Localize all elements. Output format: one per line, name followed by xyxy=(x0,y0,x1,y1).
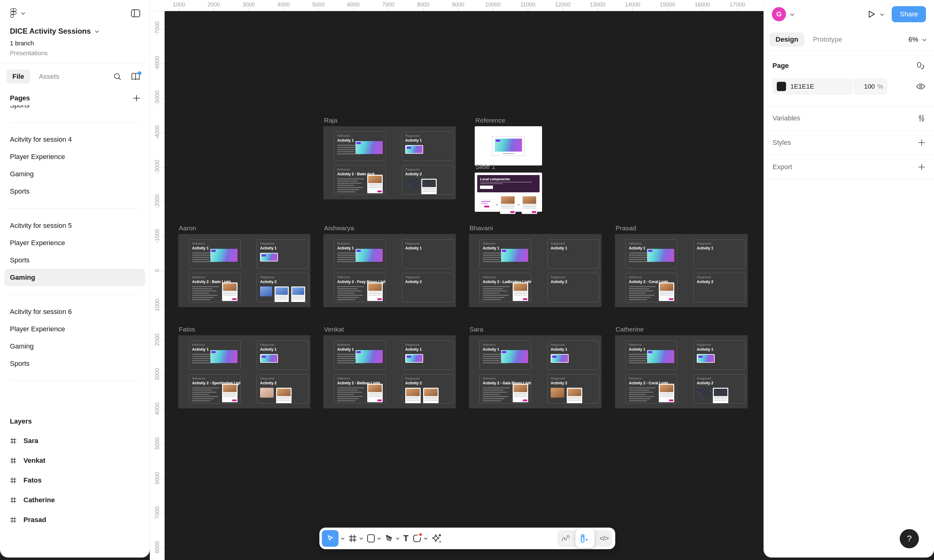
canvas-frame[interactable]: RajaReferenceActivity 1PlaygroundActivit… xyxy=(324,126,456,199)
figma-logo-icon[interactable] xyxy=(10,8,17,18)
activity-card[interactable]: ReferenceActivity 2 - Betboo Light xyxy=(334,374,386,403)
rectangle-tool[interactable] xyxy=(367,534,375,543)
sidebar-page-item[interactable]: Gaming xyxy=(0,338,150,355)
layer-item[interactable]: Catherine xyxy=(0,490,150,510)
sidebar-page-item[interactable]: Sports xyxy=(0,183,150,200)
activity-card[interactable]: ReferenceActivity 1 xyxy=(479,239,531,269)
activity-card[interactable]: PlaygroundActivity 1 xyxy=(694,239,745,269)
sidebar-page-item[interactable]: Gaming xyxy=(4,269,145,286)
present-play-icon[interactable] xyxy=(867,9,876,19)
activity-card[interactable]: ReferenceActivity 2 - Bwin Light xyxy=(189,273,240,302)
chevron-down-icon[interactable] xyxy=(791,12,794,16)
frame-label[interactable]: Catherine xyxy=(616,326,644,333)
canvas-frame[interactable]: BhavaniReferenceActivity 1PlaygroundActi… xyxy=(469,234,602,307)
activity-card[interactable]: PlaygroundActivity 2 xyxy=(694,273,745,302)
activity-card[interactable]: ReferenceActivity 1 xyxy=(626,239,677,269)
project-label[interactable]: Presentations xyxy=(10,50,140,57)
chevron-down-icon[interactable] xyxy=(923,37,926,41)
draw-tool[interactable] xyxy=(412,534,422,543)
activity-card[interactable]: PlaygroundActivity 1 xyxy=(547,239,599,269)
color-swatch[interactable] xyxy=(777,82,786,91)
activity-card[interactable]: PlaygroundActivity 1 xyxy=(402,239,454,269)
sidebar-page-item[interactable]: Acitvity for session 4 xyxy=(0,131,150,148)
activity-card[interactable]: PlaygroundActivity 2 xyxy=(694,374,745,403)
pen-tool[interactable] xyxy=(385,534,393,543)
frame-label[interactable]: Prasad xyxy=(616,225,636,232)
frame-label[interactable]: Slide 1 xyxy=(475,163,495,171)
sidebar-page-item[interactable]: Sports xyxy=(0,105,150,114)
activity-card[interactable]: ReferenceActivity 1 xyxy=(334,340,386,370)
library-book-icon[interactable] xyxy=(131,72,140,81)
sidebar-page-item[interactable]: Gaming xyxy=(0,165,150,183)
selected-component[interactable] xyxy=(492,136,525,156)
styles-section[interactable]: Styles xyxy=(772,138,791,147)
activity-card[interactable]: PlaygroundActivity 1 xyxy=(694,340,745,370)
activity-card[interactable]: ReferenceActivity 2 - Coral Light xyxy=(626,273,677,302)
frame-label[interactable]: Raja xyxy=(324,117,337,124)
activity-card[interactable]: ReferenceActivity 1 xyxy=(189,239,240,269)
chevron-down-icon[interactable] xyxy=(95,29,99,33)
canvas-frame[interactable]: AishwaryaReferenceActivity 1PlaygroundAc… xyxy=(324,234,456,307)
add-style-plus-icon[interactable] xyxy=(918,139,925,146)
tab-file[interactable]: File xyxy=(6,69,30,84)
activity-card[interactable]: ReferenceActivity 1 xyxy=(479,340,531,370)
layer-item[interactable]: Prasad xyxy=(0,510,150,530)
move-tool[interactable] xyxy=(322,530,339,547)
frame-label[interactable]: Reference xyxy=(475,117,505,124)
activity-card[interactable]: ReferenceActivity 2 - Ladbrokes Light xyxy=(479,273,531,302)
chevron-down-icon[interactable] xyxy=(359,536,363,540)
activity-card[interactable]: PlaygroundActivity 2 xyxy=(402,374,454,403)
activity-card[interactable]: PlaygroundActivity 1 xyxy=(257,239,308,269)
page-color-input[interactable]: 1E1E1E xyxy=(772,78,853,95)
activity-card[interactable]: ReferenceActivity 2 - Sportingbet Light xyxy=(189,374,240,403)
activity-card[interactable]: PlaygroundActivity 2 xyxy=(402,165,454,194)
page-opacity-input[interactable]: 100 % xyxy=(853,78,887,95)
frame-tool[interactable] xyxy=(348,534,357,543)
help-button[interactable]: ? xyxy=(900,529,919,548)
canvas-frame[interactable]: Reference xyxy=(475,126,542,165)
color-hex-value[interactable]: 1E1E1E xyxy=(791,83,814,90)
toggle-sidebar-icon[interactable] xyxy=(131,9,140,17)
opacity-value[interactable]: 100 xyxy=(864,83,875,90)
sidebar-page-item[interactable]: Acitvity for session 5 xyxy=(0,217,150,234)
sidebar-page-item[interactable]: Sports xyxy=(0,252,150,269)
chevron-down-icon[interactable] xyxy=(396,536,399,540)
share-button[interactable]: Share xyxy=(892,6,926,22)
chevron-down-icon[interactable] xyxy=(341,536,344,540)
tab-assets[interactable]: Assets xyxy=(39,72,59,81)
layer-item[interactable]: Sara xyxy=(0,431,150,451)
sidebar-page-item[interactable]: Sports xyxy=(0,355,150,372)
avatar[interactable]: G xyxy=(772,7,786,21)
activity-card[interactable]: PlaygroundActivity 2 xyxy=(257,374,308,403)
variables-sliders-icon[interactable] xyxy=(917,114,925,122)
canvas-frame[interactable]: VenkatReferenceActivity 1PlaygroundActiv… xyxy=(324,335,456,408)
activity-card[interactable]: ReferenceActivity 2 - Gala Bingo Light xyxy=(479,374,531,403)
file-title[interactable]: DICE Activity Sessions xyxy=(10,27,91,35)
zoom-level[interactable]: 6% xyxy=(908,35,918,43)
activity-card[interactable]: ReferenceActivity 2 - Coral Light xyxy=(626,374,677,403)
activity-card[interactable]: PlaygroundActivity 1 xyxy=(402,340,454,370)
add-export-plus-icon[interactable] xyxy=(918,163,925,171)
canvas-frame[interactable]: FatosReferenceActivity 1PlaygroundActivi… xyxy=(178,335,310,408)
activity-card[interactable]: PlaygroundActivity 1 xyxy=(547,340,599,370)
layer-item[interactable]: Fatos xyxy=(0,471,150,490)
chevron-down-icon[interactable] xyxy=(880,12,884,16)
activity-card[interactable]: ReferenceActivity 1 xyxy=(334,132,386,161)
chevron-down-icon[interactable] xyxy=(21,11,25,15)
dev-mode-button[interactable]: </> xyxy=(600,534,609,542)
activity-card[interactable]: ReferenceActivity 1 xyxy=(626,340,677,370)
tab-design[interactable]: Design xyxy=(769,32,804,47)
canvas-frame[interactable]: AaronReferenceActivity 1PlaygroundActivi… xyxy=(178,234,310,307)
add-page-plus-icon[interactable] xyxy=(133,94,140,102)
canvas-frame[interactable]: SaraReferenceActivity 1PlaygroundActivit… xyxy=(469,335,602,408)
visibility-eye-icon[interactable] xyxy=(916,83,925,90)
export-section[interactable]: Export xyxy=(772,163,792,171)
frame-label[interactable]: Aaron xyxy=(179,225,196,232)
sidebar-page-item[interactable]: Player Experience xyxy=(0,148,150,165)
page-settings-icon[interactable] xyxy=(917,62,925,70)
canvas-frame[interactable]: Slide 1Local components+= xyxy=(475,172,542,212)
chevron-down-icon[interactable] xyxy=(424,536,427,540)
text-tool[interactable]: T xyxy=(403,534,408,543)
frame-label[interactable]: Aishwarya xyxy=(324,225,354,232)
pencil-mode-icon[interactable] xyxy=(561,534,570,542)
